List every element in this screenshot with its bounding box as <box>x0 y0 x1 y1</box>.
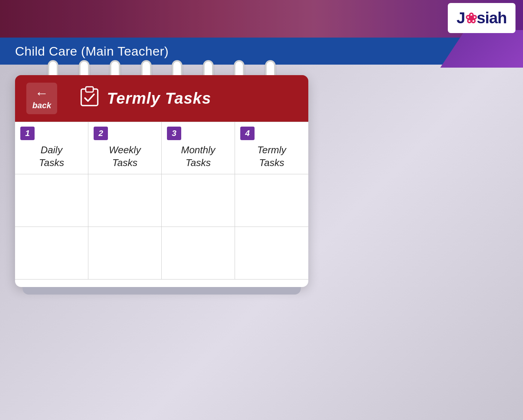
header-title-area: Termly Tasks <box>80 86 297 111</box>
cell-label-4: TermlyTasks <box>240 144 303 169</box>
back-button[interactable]: ← back <box>26 83 57 114</box>
grid-cell-8 <box>235 174 308 227</box>
calendar-header: ← back Termly Tasks <box>15 75 308 122</box>
calendar-bottom <box>15 279 308 287</box>
grid-cell-10 <box>88 227 162 279</box>
cell-number-2: 2 <box>94 127 108 140</box>
top-banner <box>0 0 523 38</box>
grid-cell-9 <box>15 227 88 279</box>
back-label: back <box>32 101 51 110</box>
clipboard-icon <box>80 86 99 111</box>
logo: J❀siah <box>456 9 506 27</box>
calendar-header-title: Termly Tasks <box>107 89 211 107</box>
cell-number-1: 1 <box>20 127 35 140</box>
grid-cell-1[interactable]: 1 DailyTasks <box>15 122 88 174</box>
back-arrow-icon: ← <box>35 86 49 100</box>
cell-number-3: 3 <box>167 127 181 140</box>
calendar-grid: 1 DailyTasks 2 WeeklyTasks 3 MonthlyTask… <box>15 122 308 279</box>
grid-cell-3[interactable]: 3 MonthlyTasks <box>162 122 235 174</box>
logo-box: J❀siah <box>448 3 515 33</box>
cell-label-3: MonthlyTasks <box>167 144 229 169</box>
page-title: Child Care (Main Teacher) <box>15 44 169 59</box>
grid-cell-11 <box>162 227 235 279</box>
grid-cell-7 <box>162 174 235 227</box>
cell-number-4: 4 <box>240 127 255 140</box>
svg-rect-1 <box>86 87 93 92</box>
calendar-card: ← back Termly Tasks 1 DailyTasks 2 Weekl… <box>15 75 308 287</box>
cell-label-2: WeeklyTasks <box>94 144 156 169</box>
grid-cell-4[interactable]: 4 TermlyTasks <box>235 122 308 174</box>
cell-label-1: DailyTasks <box>20 144 83 169</box>
card-shadow <box>23 287 301 295</box>
grid-cell-12 <box>235 227 308 279</box>
grid-cell-5 <box>15 174 88 227</box>
grid-cell-6 <box>88 174 162 227</box>
grid-cell-2[interactable]: 2 WeeklyTasks <box>88 122 162 174</box>
